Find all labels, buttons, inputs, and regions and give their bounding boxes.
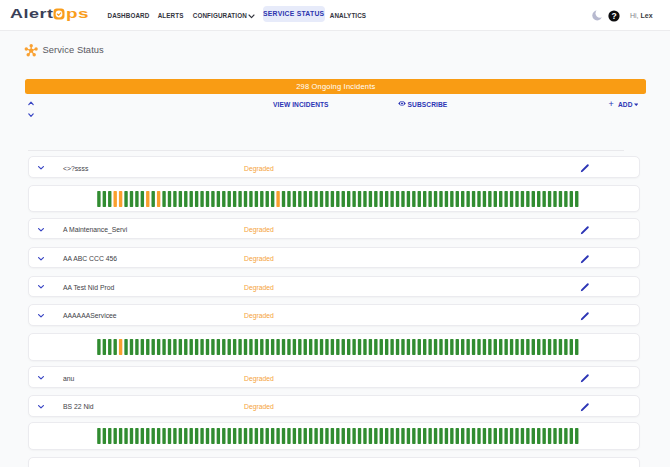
svg-text:?: ?: [611, 10, 616, 20]
